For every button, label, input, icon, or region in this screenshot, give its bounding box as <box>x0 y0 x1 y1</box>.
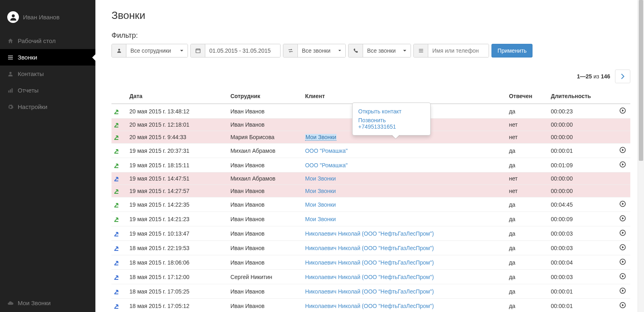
svg-rect-9 <box>196 49 200 53</box>
play-button[interactable] <box>619 287 626 294</box>
play-button[interactable] <box>619 107 626 114</box>
col-date: Дата <box>127 90 228 104</box>
client-link[interactable]: Мои Звонки <box>305 216 336 222</box>
svg-rect-7 <box>12 88 13 92</box>
pager-next-button[interactable] <box>615 70 630 83</box>
client-link[interactable]: Николаевич Николай (ООО "НефтьГазЛесПром… <box>305 230 434 237</box>
cell-answered: да <box>506 158 548 172</box>
client-link[interactable]: ООО "Ромашка" <box>305 162 348 168</box>
phone-icon <box>349 44 363 57</box>
cell-client: Мои Звонки <box>303 172 507 185</box>
avatar <box>7 11 19 23</box>
direction-select[interactable]: Все звонки <box>298 44 345 57</box>
play-button[interactable] <box>619 215 626 222</box>
client-link[interactable]: Николаевич Николай (ООО "НефтьГазЛесПром… <box>305 288 434 295</box>
col-duration: Длительность <box>548 90 617 104</box>
call-direction-icon <box>114 201 124 208</box>
cell-employee: Сергей Никитин <box>228 270 302 284</box>
cell-answered: да <box>506 299 548 312</box>
cell-date: 19 мая 2015 г. 10:13:47 <box>127 226 228 241</box>
sidebar-footer[interactable]: Мои Звонки <box>0 294 95 312</box>
cell-answered: да <box>506 255 548 270</box>
apply-button[interactable]: Применить <box>491 44 533 57</box>
user-name: Иван Иванов <box>23 14 60 21</box>
calendar-icon <box>191 44 205 57</box>
play-button[interactable] <box>619 146 626 154</box>
client-link[interactable]: ООО "Ромашка" <box>305 148 348 154</box>
nav-item-person[interactable]: Контакты <box>0 66 95 82</box>
cell-date: 19 мая 2015 г. 14:47:51 <box>127 172 228 185</box>
nav-item-home[interactable]: Рабочий стол <box>0 33 95 49</box>
table-row: 19 мая 2015 г. 20:37:31Михаил АбрамовООО… <box>111 144 630 158</box>
cell-answered: нет <box>506 119 548 131</box>
client-link[interactable]: Мои Звонки <box>305 188 336 194</box>
employee-select[interactable]: Все сотрудники <box>126 44 188 57</box>
table-row: 18 мая 2015 г. 18:06:06Иван ИвановНикола… <box>111 255 630 270</box>
filter-direction: Все звонки <box>283 44 346 57</box>
play-button[interactable] <box>619 229 626 236</box>
table-row: 19 мая 2015 г. 14:47:51Михаил АбрамовМои… <box>111 172 630 185</box>
play-button[interactable] <box>619 200 626 207</box>
type-select[interactable]: Все звонки <box>363 44 411 57</box>
client-link[interactable]: Николаевич Николай (ООО "НефтьГазЛесПром… <box>305 303 434 309</box>
cell-employee: Иван Иванов <box>228 104 302 119</box>
nav-item-list[interactable]: Звонки <box>0 49 95 66</box>
cell-employee: Иван Иванов <box>228 212 302 226</box>
play-button[interactable] <box>619 161 626 168</box>
popover-call-number[interactable]: Позвонить +74951331651 <box>358 116 425 131</box>
svg-rect-1 <box>8 55 13 56</box>
cell-duration: 00:04:45 <box>548 197 617 212</box>
cell-answered: да <box>506 144 548 158</box>
nav-label: Звонки <box>18 54 37 61</box>
table-row: 18 мая 2015 г. 17:12:00Сергей НикитинНик… <box>111 270 630 284</box>
client-link[interactable]: Мои Звонки <box>305 201 336 208</box>
cell-employee: Иван Иванов <box>228 241 302 255</box>
svg-rect-6 <box>10 89 11 92</box>
cell-answered: нет <box>506 185 548 197</box>
cell-date: 20 мая 2015 г. 9:44:33 <box>127 131 228 144</box>
cell-date: 18 мая 2015 г. 17:05:12 <box>127 299 228 312</box>
client-link[interactable]: Николаевич Николай (ООО "НефтьГазЛесПром… <box>305 274 434 280</box>
popover-open-contact[interactable]: Открыть контакт <box>358 107 425 116</box>
nav-label: Настройки <box>18 103 47 110</box>
svg-point-0 <box>12 14 14 17</box>
client-link[interactable]: Николаевич Николай (ООО "НефтьГазЛесПром… <box>305 259 434 266</box>
nav-label: Отчеты <box>18 87 39 94</box>
cell-answered: да <box>506 104 548 119</box>
nav-item-gear[interactable]: Настройки <box>0 99 95 115</box>
client-link[interactable]: Николаевич Николай (ООО "НефтьГазЛесПром… <box>305 245 434 251</box>
svg-rect-13 <box>419 49 423 49</box>
call-direction-icon <box>114 162 124 168</box>
filter-bar: Все сотрудники Все звонки Все звонки <box>111 44 630 57</box>
nav-label: Контакты <box>18 70 44 77</box>
nav-item-stats[interactable]: Отчеты <box>0 82 95 99</box>
transfer-icon <box>283 44 298 57</box>
play-button[interactable] <box>619 302 626 309</box>
client-link[interactable]: Мои Звонки <box>305 175 336 182</box>
client-link[interactable]: Мои Звонки <box>305 134 337 141</box>
cell-answered: да <box>506 284 548 299</box>
scrollbar-thumb[interactable] <box>639 0 643 161</box>
cell-duration: 00:00:01 <box>548 284 617 299</box>
svg-rect-5 <box>8 90 10 92</box>
svg-point-4 <box>9 72 11 74</box>
play-button[interactable] <box>619 273 626 280</box>
filter-label: Фильтр: <box>111 31 630 40</box>
cell-answered: нет <box>506 172 548 185</box>
call-direction-icon <box>114 148 124 154</box>
filter-search <box>413 44 489 57</box>
search-input[interactable] <box>428 44 489 57</box>
call-direction-icon <box>114 288 124 295</box>
table-row: 19 мая 2015 г. 10:13:47Иван ИвановНикола… <box>111 226 630 241</box>
call-direction-icon <box>114 230 124 237</box>
play-button[interactable] <box>619 244 626 251</box>
cell-client: Мои Звонки <box>303 185 507 197</box>
play-button[interactable] <box>619 258 626 265</box>
cell-answered: нет <box>506 131 548 144</box>
date-range-input[interactable] <box>205 44 280 57</box>
cell-employee: Иван Иванов <box>228 197 302 212</box>
cell-client: Николаевич Николай (ООО "НефтьГазЛесПром… <box>303 299 507 312</box>
scrollbar[interactable] <box>638 0 644 312</box>
user-block[interactable]: Иван Иванов <box>0 0 95 33</box>
cell-duration: 00:00:00 <box>548 131 617 144</box>
